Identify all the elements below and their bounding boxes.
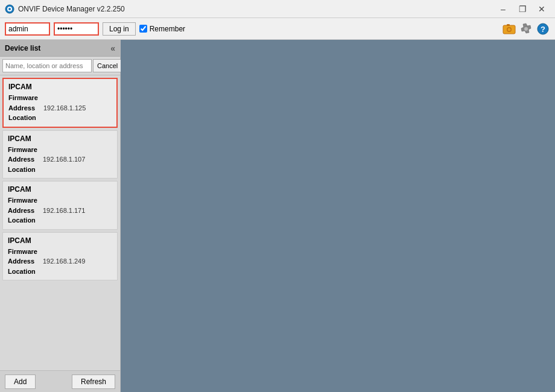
device-location-field: Location (8, 215, 112, 226)
location-label: Location (8, 113, 43, 123)
title-bar-controls: – ❐ ✕ (495, 2, 550, 16)
title-bar-left: ONVIF Device Manager v2.2.250 (5, 4, 125, 14)
device-name: IPCAM (8, 236, 112, 245)
settings-icon-button[interactable] (519, 22, 533, 36)
address-label: Address (8, 103, 43, 113)
location-label: Location (8, 215, 43, 226)
device-list: IPCAM Firmware Address 192.168.1.125 Loc… (0, 75, 120, 370)
camera-icon-button[interactable] (502, 22, 516, 36)
search-input[interactable] (2, 59, 92, 72)
svg-rect-6 (507, 24, 510, 26)
app-title: ONVIF Device Manager v2.2.250 (18, 5, 125, 13)
firmware-label: Firmware (8, 145, 43, 155)
device-name: IPCAM (8, 185, 112, 194)
main-area: Device list « Cancel IPCAM Firmware Addr… (0, 40, 555, 392)
minimize-button[interactable]: – (495, 2, 512, 16)
device-item[interactable]: IPCAM Firmware Address 192.168.1.171 Loc… (2, 181, 118, 230)
add-button[interactable]: Add (5, 375, 36, 389)
device-name: IPCAM (8, 83, 112, 91)
address-label: Address (8, 206, 43, 216)
svg-point-2 (8, 8, 11, 10)
firmware-label: Firmware (8, 247, 43, 257)
toolbar-right-icons: ? (502, 22, 550, 36)
login-button[interactable]: Log in (103, 22, 136, 36)
remember-label[interactable]: Remember (139, 25, 185, 33)
device-item[interactable]: IPCAM Firmware Address 192.168.1.125 Loc… (2, 78, 118, 128)
device-address-field: Address 192.168.1.171 (8, 206, 112, 216)
camera-icon (503, 22, 516, 36)
firmware-label: Firmware (8, 195, 43, 206)
device-address-field: Address 192.168.1.249 (8, 256, 112, 267)
device-firmware-field: Firmware (8, 195, 112, 206)
password-input[interactable] (54, 22, 99, 36)
device-firmware-field: Firmware (8, 145, 112, 155)
device-name: IPCAM (8, 134, 112, 143)
help-icon-button[interactable]: ? (536, 22, 550, 36)
cancel-button[interactable]: Cancel (93, 59, 122, 72)
refresh-button[interactable]: Refresh (72, 375, 115, 389)
device-location-field: Location (8, 165, 112, 175)
sidebar: Device list « Cancel IPCAM Firmware Addr… (0, 40, 121, 392)
sidebar-header: Device list « (0, 40, 120, 57)
device-item[interactable]: IPCAM Firmware Address 192.168.1.249 Loc… (2, 232, 118, 281)
username-input[interactable] (5, 22, 50, 36)
app-icon (5, 4, 14, 14)
help-icon: ? (536, 22, 550, 36)
device-list-label: Device list (5, 44, 40, 52)
content-area (121, 40, 555, 392)
search-bar: Cancel (0, 57, 120, 75)
svg-point-7 (524, 27, 528, 31)
firmware-label: Firmware (8, 93, 43, 103)
address-value: 192.168.1.107 (43, 154, 85, 165)
location-label: Location (8, 165, 43, 175)
device-address-field: Address 192.168.1.125 (8, 103, 112, 113)
device-item[interactable]: IPCAM Firmware Address 192.168.1.107 Loc… (2, 130, 118, 179)
svg-text:?: ? (541, 25, 545, 34)
device-location-field: Location (8, 267, 112, 277)
device-firmware-field: Firmware (8, 247, 112, 257)
address-value: 192.168.1.125 (43, 103, 86, 113)
device-location-field: Location (8, 113, 112, 123)
device-firmware-field: Firmware (8, 93, 112, 103)
title-bar: ONVIF Device Manager v2.2.250 – ❐ ✕ (0, 0, 555, 18)
location-label: Location (8, 267, 43, 277)
address-value: 192.168.1.249 (43, 256, 85, 267)
address-label: Address (8, 154, 43, 165)
collapse-button[interactable]: « (110, 43, 115, 53)
svg-point-5 (508, 28, 511, 31)
address-label: Address (8, 256, 43, 267)
remember-checkbox[interactable] (139, 25, 147, 33)
sidebar-footer: Add Refresh (0, 370, 120, 392)
wrench-icon (519, 22, 533, 36)
toolbar: Log in Remember ? (0, 18, 555, 40)
address-value: 192.168.1.171 (43, 206, 85, 216)
device-address-field: Address 192.168.1.107 (8, 154, 112, 165)
close-button[interactable]: ✕ (533, 2, 550, 16)
restore-button[interactable]: ❐ (514, 2, 531, 16)
